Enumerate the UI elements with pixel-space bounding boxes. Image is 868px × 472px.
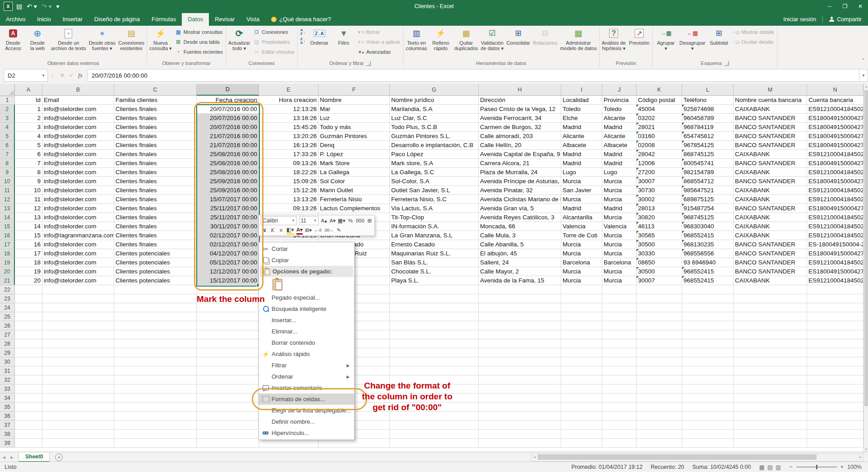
cell-L18[interactable]: 968556556: [682, 249, 734, 258]
cell-M9[interactable]: CAIXABANK: [734, 168, 807, 177]
cell-B11[interactable]: info@stelorder.com: [42, 186, 114, 195]
cell-K15[interactable]: 46113: [637, 222, 682, 231]
cell-I2[interactable]: Toledo: [561, 105, 602, 114]
cell-I7[interactable]: Madrid: [561, 150, 602, 159]
cell-D6[interactable]: 21/07/2016 00:00: [197, 141, 259, 150]
cell-A1[interactable]: Id: [15, 96, 42, 105]
cell-N12[interactable]: ES91210004184502: [807, 195, 863, 204]
cell-K30[interactable]: [637, 357, 682, 366]
cell-L34[interactable]: [682, 393, 734, 403]
cell-J7[interactable]: Madrid: [602, 150, 637, 159]
cell-M14[interactable]: CAIXABANK: [734, 213, 807, 222]
cell-C4[interactable]: Clientes finales: [114, 123, 197, 132]
cell-M29[interactable]: [734, 348, 807, 357]
cell-M10[interactable]: BANCO SANTANDER: [734, 177, 807, 186]
cell-K29[interactable]: [637, 348, 682, 357]
column-header-B[interactable]: B: [42, 84, 114, 96]
cell-B7[interactable]: info@stelorder.com: [42, 150, 114, 159]
cell-G6[interactable]: Desarrollo e implantación, C.B: [390, 141, 479, 150]
cell-J6[interactable]: Albacete: [602, 141, 637, 150]
row-header-15[interactable]: 15: [0, 222, 15, 231]
cell-M37[interactable]: [734, 421, 807, 430]
cell-A27[interactable]: [15, 330, 42, 339]
cell-J33[interactable]: [602, 384, 637, 393]
cell-I18[interactable]: Murcia: [561, 249, 602, 258]
cell-G7[interactable]: Paco López: [390, 150, 479, 159]
cell-G18[interactable]: Maquinarias Ruiz S.L.: [390, 249, 479, 258]
cell-N4[interactable]: ES18004915000427: [807, 123, 863, 132]
insert-function-icon[interactable]: fx: [76, 72, 85, 79]
cell-H35[interactable]: [479, 403, 561, 412]
cell-H20[interactable]: Calle Mayor, 2: [479, 267, 561, 276]
italic-icon[interactable]: K: [269, 227, 276, 234]
cell-G25[interactable]: [390, 312, 479, 321]
cell-B32[interactable]: [42, 375, 114, 384]
cell-M15[interactable]: CAIXABANK: [734, 222, 807, 231]
column-header-J[interactable]: J: [602, 84, 637, 96]
cell-H11[interactable]: Avenida Pinatar, 32: [479, 186, 561, 195]
bold-icon[interactable]: N: [261, 227, 267, 234]
cell-H9[interactable]: Plaza de Murralla, 24: [479, 168, 561, 177]
cell-B21[interactable]: info@stelorder.com: [42, 276, 114, 285]
cell-J37[interactable]: [602, 421, 637, 430]
cell-K25[interactable]: [637, 312, 682, 321]
cell-J28[interactable]: [602, 339, 637, 348]
cell-I17[interactable]: Murcia: [561, 240, 602, 249]
cell-N22[interactable]: [807, 285, 863, 294]
cell-J4[interactable]: Madrid: [602, 123, 637, 132]
cell-I13[interactable]: Madrid: [561, 204, 602, 213]
cell-J2[interactable]: Toledo: [602, 105, 637, 114]
cell-L17[interactable]: 968130235: [682, 240, 734, 249]
cell-J30[interactable]: [602, 357, 637, 366]
cell-E8[interactable]: 09:13:26: [259, 159, 319, 168]
column-header-C[interactable]: C: [114, 84, 197, 96]
menu-item-eliminar[interactable]: Eliminar...: [259, 326, 354, 337]
cell-D32[interactable]: [197, 375, 259, 384]
zoom-out-icon[interactable]: −: [789, 464, 792, 470]
cell-L35[interactable]: [682, 403, 734, 412]
cell-A30[interactable]: [15, 357, 42, 366]
cell-D30[interactable]: [197, 357, 259, 366]
cell-C24[interactable]: [114, 303, 197, 312]
cell-A24[interactable]: [15, 303, 42, 312]
menu-item-elegir-de-la-lista-desplegable[interactable]: Elegir de la lista desplegable...: [259, 405, 354, 416]
cancel-entry-icon[interactable]: ✕: [58, 72, 67, 79]
cell-M12[interactable]: CAIXABANK: [734, 195, 807, 204]
cell-G19[interactable]: San Blás S.L.: [390, 258, 479, 267]
collapse-ribbon-icon[interactable]: ⌃: [862, 58, 865, 63]
ribbon-button-administrar-modelodedatos[interactable]: ▦Administrar modelo de datos: [559, 26, 598, 51]
cell-G36[interactable]: [390, 412, 479, 421]
cell-A11[interactable]: 10: [15, 186, 42, 195]
cell-B14[interactable]: info@stelorder.com: [42, 213, 114, 222]
cell-N2[interactable]: ES91210004184502: [807, 105, 863, 114]
cell-H17[interactable]: Calle Abanilla, 5: [479, 240, 561, 249]
cell-K27[interactable]: [637, 330, 682, 339]
cell-D34[interactable]: [197, 393, 259, 403]
cell-H24[interactable]: [479, 303, 561, 312]
cell-G24[interactable]: [390, 303, 479, 312]
row-header-31[interactable]: 31: [0, 366, 15, 375]
cell-I10[interactable]: Murcia: [561, 177, 602, 186]
cell-A14[interactable]: 13: [15, 213, 42, 222]
cell-H7[interactable]: Avenida Capital de España, 9: [479, 150, 561, 159]
cell-D13[interactable]: 25/11/2017 00:00: [197, 204, 259, 213]
cell-C14[interactable]: Clientes finales: [114, 213, 197, 222]
cell-G39[interactable]: [390, 439, 479, 448]
cell-K36[interactable]: [637, 412, 682, 421]
cell-A7[interactable]: 6: [15, 150, 42, 159]
cell-I34[interactable]: [561, 393, 602, 403]
cell-M4[interactable]: BANCO SANTANDER: [734, 123, 807, 132]
cell-E10[interactable]: 15:09:26: [259, 177, 319, 186]
cell-C2[interactable]: Clientes finales: [114, 105, 197, 114]
cell-J19[interactable]: Barcelona: [602, 258, 637, 267]
cell-A37[interactable]: [15, 421, 42, 430]
customize-qat-icon[interactable]: ▾: [56, 0, 60, 13]
cell-B12[interactable]: info@stelorder.com: [42, 195, 114, 204]
column-header-H[interactable]: H: [479, 84, 561, 96]
cell-C1[interactable]: Familia clientes: [114, 96, 197, 105]
cell-L37[interactable]: [682, 421, 734, 430]
ribbon-button-desdeotras-fuentes[interactable]: ⌖Desde otras fuentes ▾: [88, 26, 117, 51]
row-header-11[interactable]: 11: [0, 186, 15, 195]
cell-F10[interactable]: Sol Color: [319, 177, 390, 186]
cell-M39[interactable]: [734, 439, 807, 448]
